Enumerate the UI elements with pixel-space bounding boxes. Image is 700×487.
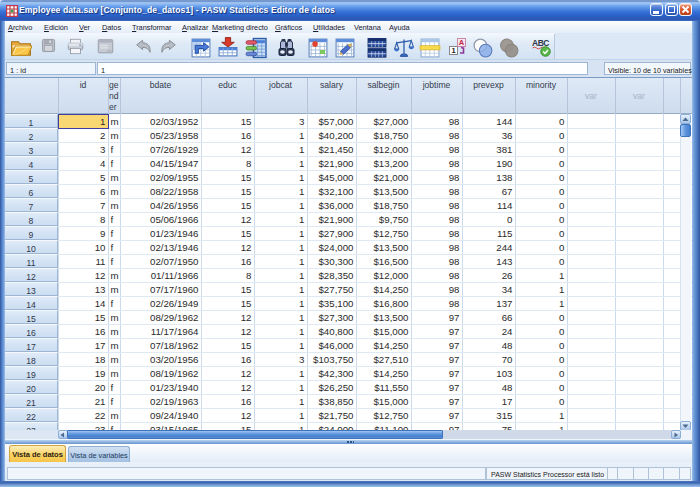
svg-text:1: 1 — [451, 46, 455, 55]
svg-text:A: A — [459, 38, 465, 47]
